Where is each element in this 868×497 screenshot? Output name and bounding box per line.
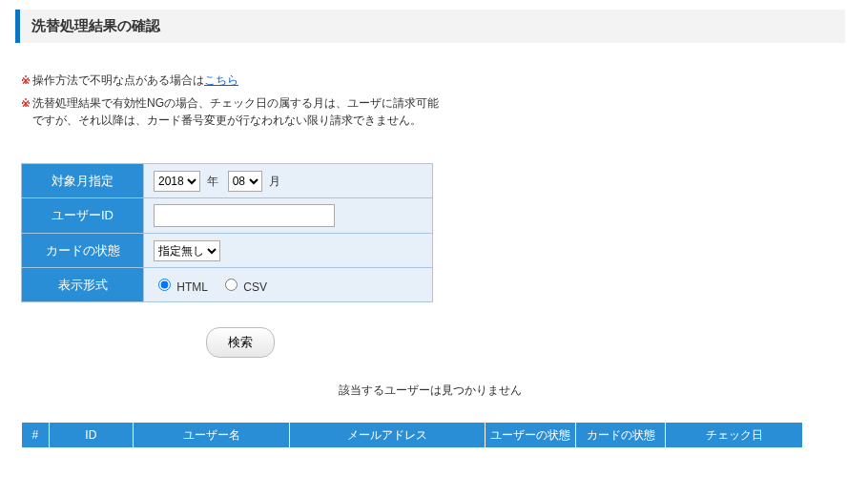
search-form: 対象月指定 2018 年 08 月 ユーザーID カードの状態 指定無し 表示形… <box>21 163 433 302</box>
format-html-text: HTML <box>176 280 207 294</box>
note-2-text: 洗替処理結果で有効性NGの場合、チェック日の属する月は、ユーザに請求可能ですが、… <box>32 94 441 129</box>
format-csv-text: CSV <box>243 280 267 294</box>
card-status-label: カードの状態 <box>22 234 144 268</box>
empty-message: 該当するユーザーは見つかりません <box>15 383 845 399</box>
year-unit: 年 <box>207 175 218 188</box>
note-marker: ※ <box>21 94 31 129</box>
col-num: # <box>22 423 50 448</box>
year-select[interactable]: 2018 <box>154 171 200 192</box>
card-status-select[interactable]: 指定無し <box>154 240 220 261</box>
note-2: ※ 洗替処理結果で有効性NGの場合、チェック日の属する月は、ユーザに請求可能です… <box>21 94 441 129</box>
results-table: # ID ユーザー名 メールアドレス ユーザーの状態 カードの状態 チェック日 <box>21 422 803 448</box>
note-marker: ※ <box>21 72 31 89</box>
col-email: メールアドレス <box>290 423 486 448</box>
format-html-label[interactable]: HTML <box>154 280 211 294</box>
col-check-date: チェック日 <box>666 423 803 448</box>
notes-block: ※ 操作方法で不明な点がある場合はこちら ※ 洗替処理結果で有効性NGの場合、チ… <box>21 72 441 129</box>
format-csv-radio[interactable] <box>225 279 238 291</box>
note-1-text: 操作方法で不明な点がある場合は <box>32 73 204 87</box>
search-button[interactable]: 検索 <box>206 327 275 358</box>
page-title-text: 洗替処理結果の確認 <box>31 17 160 33</box>
col-id: ID <box>49 423 133 448</box>
col-user-status: ユーザーの状態 <box>486 423 575 448</box>
userid-input[interactable] <box>154 204 335 227</box>
month-unit: 月 <box>269 175 280 188</box>
col-username: ユーザー名 <box>133 423 289 448</box>
userid-label: ユーザーID <box>22 198 144 234</box>
month-label: 対象月指定 <box>22 164 144 198</box>
note-1: ※ 操作方法で不明な点がある場合はこちら <box>21 72 441 89</box>
help-link[interactable]: こちら <box>204 73 238 87</box>
month-select[interactable]: 08 <box>228 171 262 192</box>
page-title: 洗替処理結果の確認 <box>15 10 845 43</box>
format-label: 表示形式 <box>22 268 144 302</box>
format-html-radio[interactable] <box>158 279 171 291</box>
format-csv-label[interactable]: CSV <box>220 280 267 294</box>
col-card-status: カードの状態 <box>575 423 665 448</box>
